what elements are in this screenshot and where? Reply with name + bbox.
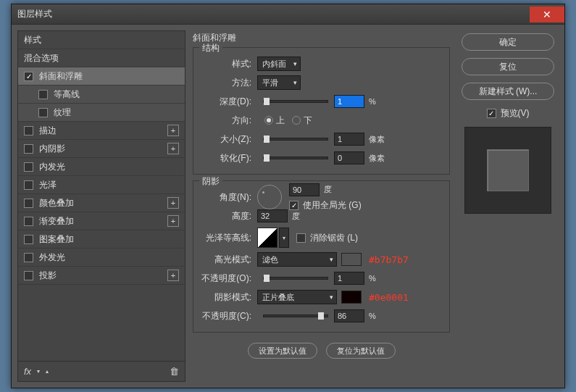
close-button[interactable]: ✕ [530, 7, 564, 22]
sidebar-item-innerglow[interactable]: 内发光 [18, 158, 185, 176]
sidebar-item-outerglow[interactable]: 外发光 [18, 249, 185, 267]
effects-sidebar: 样式 混合选项 斜面和浮雕 等高线 纹理 描边+ 内阴影+ 内发光 光泽 颜色叠… [17, 30, 185, 382]
gloss-dropdown[interactable]: ▾ [279, 228, 289, 248]
group-title: 阴影 [199, 175, 222, 188]
sidebar-item-texture[interactable]: 纹理 [18, 104, 185, 122]
checkbox-icon[interactable] [24, 217, 33, 226]
chevron-up-icon[interactable]: ▴ [46, 368, 49, 375]
technique-label: 方法: [201, 77, 251, 89]
layer-style-dialog: 图层样式 ✕ 样式 混合选项 斜面和浮雕 等高线 纹理 描边+ 内阴影+ 内发光… [11, 4, 565, 388]
sidebar-item-bevel[interactable]: 斜面和浮雕 [18, 67, 185, 86]
highlight-hex-annotation: #b7b7b7 [369, 254, 409, 265]
size-slider[interactable] [263, 138, 328, 141]
reset-default-button[interactable]: 复位为默认值 [326, 343, 396, 359]
shadow-opacity-slider[interactable] [263, 314, 328, 317]
dir-down-radio[interactable] [292, 116, 301, 125]
sidebar-item-dropshadow[interactable]: 投影+ [18, 267, 185, 285]
sidebar-item-coloroverlay[interactable]: 颜色叠加+ [18, 194, 185, 212]
highlight-mode-select[interactable]: 滤色 [257, 252, 337, 267]
size-input[interactable]: 1 [334, 133, 364, 146]
titlebar[interactable]: 图层样式 ✕ [12, 4, 564, 25]
sidebar-footer: fx ▾ ▴ 🗑 [18, 361, 185, 381]
preview-checkbox[interactable] [487, 109, 496, 118]
trash-icon[interactable]: 🗑 [170, 366, 179, 377]
sidebar-item-patternoverlay[interactable]: 图案叠加 [18, 230, 185, 249]
style-select[interactable]: 内斜面 [257, 57, 301, 71]
sidebar-item-stroke[interactable]: 描边+ [18, 122, 185, 140]
altitude-label: 高度: [201, 210, 251, 222]
altitude-input[interactable]: 32 [257, 209, 288, 222]
preview-panel [464, 127, 551, 214]
plus-icon[interactable]: + [167, 215, 179, 227]
antialias-checkbox[interactable] [296, 233, 306, 243]
checkbox-icon[interactable] [24, 162, 33, 172]
highlight-opacity-label: 不透明度(O): [201, 272, 251, 285]
checkbox-icon[interactable] [24, 271, 33, 280]
sidebar-item-innershadow[interactable]: 内阴影+ [18, 140, 185, 158]
window-title: 图层样式 [17, 8, 52, 20]
checkbox-icon[interactable] [24, 199, 33, 208]
gloss-label: 光泽等高线: [201, 232, 251, 244]
global-light-checkbox[interactable] [289, 201, 299, 210]
depth-slider[interactable] [263, 100, 328, 103]
shadow-color-swatch[interactable] [341, 291, 362, 304]
gloss-contour-swatch[interactable] [257, 228, 277, 248]
style-label: 样式: [201, 58, 251, 70]
shadow-mode-label: 阴影模式: [201, 291, 251, 304]
plus-icon[interactable]: + [167, 125, 179, 136]
sidebar-item-satin[interactable]: 光泽 [18, 176, 185, 194]
soften-label: 软化(F): [201, 152, 251, 164]
size-label: 大小(Z): [201, 133, 251, 146]
sidebar-item-gradientoverlay[interactable]: 渐变叠加+ [18, 212, 185, 230]
preview-row: 预览(V) [487, 107, 530, 120]
highlight-opacity-input[interactable]: 1 [334, 272, 364, 285]
sidebar-item-contour[interactable]: 等高线 [18, 86, 185, 104]
make-default-button[interactable]: 设置为默认值 [248, 343, 317, 359]
angle-label: 角度(N): [201, 191, 251, 204]
angle-wheel[interactable] [257, 185, 282, 209]
dir-up-radio[interactable] [264, 116, 273, 125]
new-style-button[interactable]: 新建样式 (W)... [462, 83, 554, 100]
plus-icon[interactable]: + [167, 270, 179, 281]
soften-input[interactable]: 0 [334, 151, 364, 164]
shadow-mode-select[interactable]: 正片叠底 [257, 290, 337, 304]
direction-label: 方向: [201, 114, 251, 127]
chevron-down-icon[interactable]: ▾ [37, 368, 40, 375]
main-panel: 斜面和浮雕 结构 样式:内斜面 方法:平滑 深度(D):1% 方向:上下 大小(… [193, 30, 450, 382]
checkbox-icon[interactable] [38, 90, 48, 99]
checkbox-icon[interactable] [24, 144, 33, 154]
checkbox-icon[interactable] [24, 180, 33, 190]
shadow-opacity-input[interactable]: 86 [334, 309, 364, 322]
depth-label: 深度(D): [201, 96, 251, 108]
shadow-opacity-label: 不透明度(C): [201, 310, 251, 322]
preview-swatch [487, 149, 529, 191]
checkbox-icon[interactable] [24, 235, 33, 244]
defaults-row: 设置为默认值 复位为默认值 [193, 343, 450, 359]
section-title: 斜面和浮雕 [193, 32, 450, 44]
shading-group: 阴影 角度(N): 90度 使用全局光 (G) 高度:32度 光泽等高线:▾消除… [193, 180, 450, 333]
highlight-mode-label: 高光模式: [201, 254, 251, 266]
sidebar-item-styles[interactable]: 样式 [18, 31, 185, 49]
fx-icon[interactable]: fx [24, 366, 31, 377]
cancel-button[interactable]: 复位 [462, 58, 554, 75]
checkbox-icon[interactable] [38, 108, 48, 117]
shadow-hex-annotation: #0e0001 [369, 292, 409, 303]
highlight-opacity-slider[interactable] [263, 277, 328, 280]
ok-button[interactable]: 确定 [462, 33, 554, 51]
angle-input[interactable]: 90 [289, 183, 320, 196]
depth-input[interactable]: 1 [334, 95, 364, 108]
right-panel: 确定 复位 新建样式 (W)... 预览(V) [457, 30, 559, 382]
technique-select[interactable]: 平滑 [257, 75, 301, 90]
checkbox-icon[interactable] [24, 72, 33, 81]
soften-slider[interactable] [263, 157, 328, 159]
checkbox-icon[interactable] [24, 126, 33, 135]
plus-icon[interactable]: + [167, 197, 179, 209]
checkbox-icon[interactable] [24, 253, 33, 262]
plus-icon[interactable]: + [167, 143, 179, 154]
content: 样式 混合选项 斜面和浮雕 等高线 纹理 描边+ 内阴影+ 内发光 光泽 颜色叠… [12, 25, 564, 388]
sidebar-item-blending[interactable]: 混合选项 [18, 49, 185, 67]
group-title: 结构 [199, 42, 222, 54]
highlight-color-swatch[interactable] [341, 253, 362, 266]
structure-group: 结构 样式:内斜面 方法:平滑 深度(D):1% 方向:上下 大小(Z):1像素… [193, 47, 450, 175]
